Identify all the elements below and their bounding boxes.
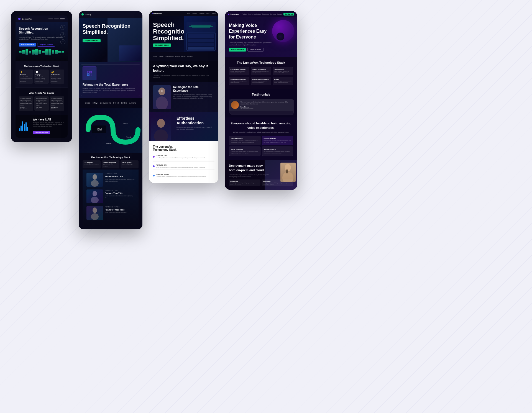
svg-rect-19 [189,26,213,27]
card1-test-text-2: I trust high-performing, highly accurate… [36,98,47,106]
card4-tech-stack: The LumenVox Technology Stack Call Progr… [225,57,297,89]
svg-rect-18 [191,25,211,25]
svg-rect-24 [188,47,214,50]
card4-feat-title-1: High-Accuracy [231,138,259,139]
card3-nav-contact[interactable]: Contact [211,13,216,14]
card2-tech-s2: Highly accurate voice recognition [103,164,119,167]
card4-hero-btn2[interactable]: Explore Demo [247,48,264,52]
card1-have-title: We Have It All [33,118,64,121]
wave-bar-10 [48,49,51,55]
card2-feature-label-3: FEATURE THREE [105,206,135,208]
card4-nav-resources[interactable]: Resources [262,13,269,15]
card2-feature-content-1: FEATURE ONE Feature One Title Lorem ipsu… [105,173,135,183]
card1-watch-btn[interactable]: Watch Overview [19,43,36,47]
mockup-card-3: ● LumenVox Home Products Solutions About… [149,11,218,183]
card3-nav-about[interactable]: About [206,13,209,14]
card1-tech-grid: ⚡ Automate LumenVox ASR and TTS are easy… [19,70,64,84]
card4-test-title: Testimonials [229,93,293,96]
card2-partner-logos: cisco IBM Convergys Five9 twilio Allianz [83,102,139,104]
card1-demo-btn[interactable]: Request a Demo [37,43,55,47]
card4-nav-company[interactable]: Company [270,13,276,15]
card4-feature-high-accuracy: High-Accuracy You can get full-accuracy … [229,136,260,145]
wave-bar-3 [25,49,28,55]
card3-reimagine-title: Reimagine the Total Experience [173,85,214,93]
card1-tech-sub-engage: LumenVox delivers Biometric, enables voi… [35,76,47,82]
card4-tech-title: The LumenVox Technology Stack [229,61,293,64]
card4-tech-s4: Validating individuals through a voice-b… [231,81,248,83]
svg-point-30 [154,129,168,141]
card3-tech-feat-3: FEATURE THREE Looking for speech-to-text… [153,172,214,179]
card1-nav-dot-1 [48,18,53,19]
card4-deploy-feat-title-2: Feature two [263,181,292,182]
card4-deploy-feat-1: Feature one Providing high quality filte… [229,179,260,186]
card4-hero-btn1[interactable]: Watch Overview [229,48,246,52]
card4-deploy-feat-sub-2: To put high quality standards for high q… [263,183,292,185]
card3-tech-feat-1-content: FEATURE ONE LumenVox platform uses an in… [156,155,214,159]
card3-nav-items: Home Products Solutions About Contact [187,13,216,14]
card2-hero-btn[interactable]: REQUEST DEMO [83,39,101,42]
card4-feat-sub-4: AI's quality focused on platform to deli… [264,151,291,154]
card2-tech-section: The LumenVox Technology Stack Call Progr… [79,153,142,229]
card2-feature-sub-2: Lorem ipsum dolor sit amet consectetur a… [105,195,135,199]
svg-text:IBM: IBM [97,128,102,131]
card4-feature-scalable: Super Scalable Covering all the critical… [229,147,260,156]
wave-bar-1 [19,51,22,53]
card1-have-btn[interactable]: Request a Demo [33,131,50,134]
card4-nav-products[interactable]: Products [242,13,247,15]
card3-brand-bar: cisco IBM Convergys Five9 twilio Allianz [149,52,218,61]
card3-nav-solutions[interactable]: Solutions [199,13,204,14]
card4-deploy-feat-sub-1: Providing high quality filtering to high… [230,183,259,185]
card4-feat-sub-2: Give customers the ability to create voi… [264,140,291,143]
card2-feature-sub-3: Lorem ipsum dolor sit amet consectetur. [105,212,135,214]
wave-bar-13 [58,51,61,53]
card4-feature-efficiency: High-Efficiency AI's quality focused on … [262,147,293,156]
card3-nav-products[interactable]: Products [192,13,197,14]
card2-logo-bar: Splitty [79,11,142,18]
card4-feat-title-3: Super Scalable [231,148,259,150]
card2-partners: cisco IBM Convergys Five9 twilio Allianz [79,98,142,108]
card4-nav-apps[interactable]: Applications [254,13,261,15]
card4-logo-text: LumenVox [231,13,239,15]
card3-tech-dot-2 [153,165,155,167]
card1-test-text-3: I trust high-performing, highly accurate… [51,98,63,106]
feature-person-3 [86,206,103,220]
card4-tech-s3: Natural sounding TTS for all of our syst… [274,71,291,74]
card1-test-role-2: Director [36,108,47,109]
card1-logo-bar: LumenVox [16,16,68,22]
card4-tech-item-1: Call Progress Analysis Accurate call pro… [229,67,249,75]
card1-nav-dot-3 [60,18,65,19]
card4-logo-icon: ◆ [228,13,229,16]
card2-feature-1: FEATURE ONE Feature One Title Lorem ipsu… [86,173,135,187]
card4-logo-area: ◆ LumenVox [228,13,239,16]
card4-tech-item-3: Text to Speech Natural sounding TTS for … [273,67,293,75]
mockup-card-2: Splitty Speech Recognition Simplified. R… [79,11,142,229]
card1-what-people-title: What People Are Saying [19,92,64,94]
card3-effortless-sub: Frictionless, automatic security verific… [177,127,214,130]
card3-nav-home[interactable]: Home [187,13,190,14]
card2-hero: Speech Recognition Simplified. REQUEST D… [79,18,142,62]
card4-everyone-sub: We help you do this by making it easy to… [229,131,293,133]
card4-nav-contact[interactable]: Contact [277,13,282,15]
svg-text:Five9: Five9 [126,136,131,138]
svg-point-25 [158,88,165,95]
card1-tech-sub-auth: LumenVox delivers Biometrics, enables vo… [51,76,63,82]
card4-testimonials: Testimonials Work here ipsum, accelerate… [225,89,297,117]
card1-tech-title-auth: Authenticate [51,74,63,76]
card3-nav: ● LumenVox Home Products Solutions About… [149,11,218,16]
card2-feature-label-1: FEATURE ONE [105,173,135,175]
card4-test-card-bg-1 [229,99,294,114]
card2-partner-conver: Convergys [100,102,111,104]
card4-header-cta[interactable]: Get Started [283,13,294,16]
card1-test-role-3: VP Product [51,108,63,109]
wave-bar-5 [32,50,35,55]
deploy-person-svg [280,163,296,182]
card3-effortless-title: Effortless Authentication [177,116,214,125]
card2-logo-text: Splitty [85,14,91,16]
card1-testimonial-2: I trust high-performing, highly accurate… [34,96,49,111]
card4-nav-pricing[interactable]: Pricing [248,13,252,15]
card3-tech-dot-3 [153,175,155,176]
card3-hero-btn[interactable]: REQUEST DEMO [153,43,171,47]
card3-feat-text-3: Looking for speech-to-text deployed in y… [156,176,214,178]
card2-partner-twilio: twilio [121,102,127,104]
card2-tech-item-3: Text to Speech Natural sounding TTS [121,160,139,168]
